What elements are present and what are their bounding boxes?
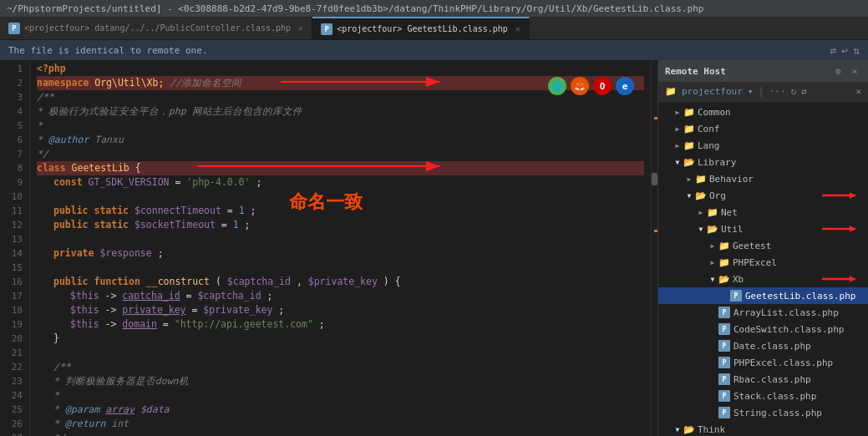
tree-item-lang[interactable]: ▶ 📁 Lang xyxy=(658,137,868,154)
tree-item-org[interactable]: ▼ 📂 Org xyxy=(658,187,868,204)
tree-label-xb: Xb xyxy=(733,274,868,285)
dropdown-arrow-icon[interactable]: ▾ xyxy=(748,86,754,97)
sync-icon[interactable]: ⇄ xyxy=(830,44,837,57)
tree-arrow-think: ▼ xyxy=(672,423,683,435)
tree-label-geetestlib: GeetestLib.class.php xyxy=(745,291,868,302)
tree-item-util[interactable]: ▼ 📂 Util xyxy=(658,221,868,237)
refresh-icon[interactable]: ↻ xyxy=(791,86,797,97)
code-lines[interactable]: 🌐 🦊 O e <?php namespace Org\Util\Xb; //添… xyxy=(30,60,651,436)
browser-icons: 🌐 🦊 O e xyxy=(548,77,634,95)
code-token: $response xyxy=(99,247,151,259)
settings-icon[interactable]: ⚙ xyxy=(831,64,845,78)
tree-item-date[interactable]: ▶ P Date.class.php xyxy=(658,337,868,354)
tree-label-date: Date.class.php xyxy=(733,341,868,352)
tree-item-library[interactable]: ▼ 📂 Library xyxy=(658,154,868,170)
tab-1-close[interactable]: ✕ xyxy=(298,23,303,33)
code-editor[interactable]: 1 2 3 4 5 6 7 8 9 10 11 12 13 14 15 16 1… xyxy=(0,60,657,436)
close-tree-icon[interactable]: ✕ xyxy=(855,86,861,97)
code-line-15 xyxy=(37,261,644,275)
chrome-icon: 🌐 xyxy=(548,77,566,95)
line-num-8: 8 xyxy=(7,161,23,175)
code-line-25: * @param array $data xyxy=(37,403,644,417)
scroll-bar[interactable] xyxy=(651,60,657,436)
code-line-19: $this -> domain = "http://api.geetest.co… xyxy=(37,317,644,332)
code-token: const GT_SDK_VERSION = 'php-4.0.0' ; xyxy=(37,176,261,188)
tree-item-net[interactable]: ▶ 📁 Net xyxy=(658,204,868,221)
tree-item-behavior[interactable]: ▶ 📁 Behavior xyxy=(658,170,868,187)
notification-icons: ⇄ ↩ ⇅ xyxy=(830,44,860,57)
code-token: captcha_id xyxy=(122,290,180,302)
code-token: domain xyxy=(122,318,157,330)
close-panel-icon[interactable]: ✕ xyxy=(848,64,861,78)
tab-2-close[interactable]: ✕ xyxy=(515,24,520,33)
remote-host-panel: Remote Host ⚙ ✕ 📁 projectfour ▾ | ··· ↻ … xyxy=(657,60,868,436)
folder-icon-library: 📂 xyxy=(683,156,695,168)
tree-arrow-org: ▼ xyxy=(683,190,695,201)
tree-item-xb[interactable]: ▼ 📂 Xb xyxy=(658,271,868,287)
code-token: = xyxy=(186,290,198,302)
code-token: $captcha_id xyxy=(197,290,261,302)
code-token: = xyxy=(163,318,175,330)
tree-item-geetestlib[interactable]: ▶ P GeetestLib.class.php xyxy=(658,287,868,304)
server-name[interactable]: projectfour xyxy=(682,86,743,97)
line-num-9: 9 xyxy=(7,175,23,190)
tree-item-string[interactable]: ▶ P String.class.php xyxy=(658,404,868,421)
code-line-20: } xyxy=(37,332,644,346)
code-token: $this xyxy=(70,318,99,330)
tree-item-phpexcelfile[interactable]: ▶ P PHPExcel.class.php xyxy=(658,354,868,371)
tree-item-rbac[interactable]: ▶ P Rbac.class.php xyxy=(658,371,868,388)
tree-item-conf[interactable]: ▶ 📁 Conf xyxy=(658,120,868,137)
line-num-2: 2 xyxy=(7,76,23,90)
code-line-18: $this -> private_key = $private_key ; xyxy=(37,303,644,317)
tree-spacer-rbac: ▶ xyxy=(707,373,718,385)
code-token: 'php-4.0.0' xyxy=(186,176,250,188)
tree-label-think: Think xyxy=(698,424,868,435)
code-token: ; xyxy=(278,304,284,316)
tree-label-string: String.class.php xyxy=(733,408,868,418)
dots-icon[interactable]: ··· xyxy=(769,86,786,97)
opera-icon: O xyxy=(593,77,612,95)
tab-2[interactable]: P <projectfour> GeetestLib.class.php ✕ xyxy=(312,17,530,39)
title-text: ~/PhpstormProjects/untitled] - <0c308888… xyxy=(7,3,703,14)
sync-tree-icon[interactable]: ⇄ xyxy=(801,86,807,97)
line-num-26: 26 xyxy=(7,417,23,431)
tree-item-common[interactable]: ▶ 📁 Common xyxy=(658,104,868,120)
code-token: function xyxy=(94,276,140,287)
line-num-11: 11 xyxy=(7,204,23,218)
transfer-icon[interactable]: ⇅ xyxy=(853,44,860,57)
tree-arrow-behavior: ▶ xyxy=(683,173,695,185)
code-line-27: */ xyxy=(37,431,644,436)
tree-spacer-arraylist: ▶ xyxy=(707,307,718,318)
undo-icon[interactable]: ↩ xyxy=(841,44,848,57)
line-num-1: 1 xyxy=(7,62,23,76)
code-line-1: <?php xyxy=(37,62,644,76)
line-num-13: 13 xyxy=(7,232,23,246)
code-token: $private_key xyxy=(308,276,378,287)
code-token: public xyxy=(53,276,89,287)
file-icon-rbac: P xyxy=(718,373,730,385)
main-content: 1 2 3 4 5 6 7 8 9 10 11 12 13 14 15 16 1… xyxy=(0,60,868,436)
code-token: GeetestLib xyxy=(72,162,135,174)
tree-item-think[interactable]: ▼ 📂 Think xyxy=(658,421,868,436)
file-tree[interactable]: ▶ 📁 Common ▶ 📁 Conf ▶ 📁 Lang ▼ 📂 Library xyxy=(658,102,868,436)
tree-spacer-codeswitch: ▶ xyxy=(707,323,718,335)
code-token: $connectTimeout xyxy=(135,205,221,216)
folder-icon-geetest: 📁 xyxy=(718,240,730,251)
code-token: GT_SDK_VERSION xyxy=(89,176,170,188)
code-token: $private_key xyxy=(203,304,272,316)
code-token: , xyxy=(297,276,308,287)
tab-1[interactable]: P <projectfour> datang/../../PublicContr… xyxy=(0,17,312,39)
tree-item-codeswitch[interactable]: ▶ P CodeSwitch.class.php xyxy=(658,321,868,337)
code-token: = xyxy=(221,219,233,231)
tree-item-phpexcel-dir[interactable]: ▶ 📁 PHPExcel xyxy=(658,254,868,271)
tree-arrow-conf: ▶ xyxy=(672,123,683,134)
tree-label-phpexcel: PHPExcel xyxy=(733,257,868,268)
scroll-marker-2 xyxy=(654,230,657,232)
code-token: $data xyxy=(140,403,170,415)
tree-item-stack[interactable]: ▶ P Stack.class.php xyxy=(658,388,868,404)
tree-item-arraylist[interactable]: ▶ P ArrayList.class.php xyxy=(658,304,868,321)
code-token: static xyxy=(94,219,129,231)
tree-item-geetest[interactable]: ▶ 📁 Geetest xyxy=(658,237,868,254)
code-token: @return xyxy=(65,418,105,429)
tree-arrow-phpexcel: ▶ xyxy=(707,256,718,268)
